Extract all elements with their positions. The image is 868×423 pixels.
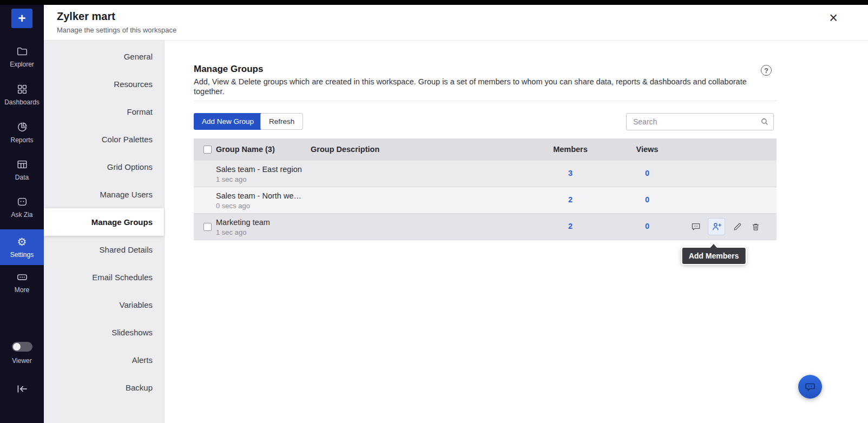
members-count-link[interactable]: 2 <box>543 222 597 230</box>
search-input[interactable] <box>627 117 756 126</box>
sidebar-item-label: Dashboards <box>0 98 44 106</box>
members-count-link[interactable]: 3 <box>543 169 597 177</box>
zia-chat-button[interactable] <box>798 375 822 399</box>
sidebar-item-data[interactable]: Data <box>0 158 44 181</box>
views-count-link[interactable]: 0 <box>627 169 668 177</box>
settings-menu-item-shared-details[interactable]: Shared Details <box>44 236 164 263</box>
sidebar-item-dashboards[interactable]: Dashboards <box>0 83 44 106</box>
sidebar-item-reports[interactable]: Reports <box>0 121 44 144</box>
column-header-group-name[interactable]: Group Name (3) <box>216 138 275 161</box>
manage-groups-panel: Manage Groups Add, View & Delete groups … <box>165 41 868 423</box>
settings-menu-item-slideshows[interactable]: Slideshows <box>44 319 164 346</box>
settings-menu: General Resources Format Color Palettes … <box>44 41 165 423</box>
group-name[interactable]: Sales team - North we… <box>216 191 301 200</box>
toggle-knob <box>13 343 21 351</box>
sidebar-item-more[interactable]: More <box>0 271 44 294</box>
edit-pencil-icon[interactable] <box>731 221 743 233</box>
group-modified-time: 1 sec ago <box>216 228 246 236</box>
section-divider <box>194 101 777 101</box>
table-row[interactable]: Sales team - East region 1 sec ago 3 0 <box>194 161 777 187</box>
add-members-tooltip: Add Members <box>682 248 746 264</box>
settings-menu-item-format[interactable]: Format <box>44 98 164 125</box>
settings-menu-item-backup[interactable]: Backup <box>44 374 164 401</box>
row-action-buttons <box>690 219 761 235</box>
zia-face-icon <box>0 196 44 208</box>
search-icon[interactable] <box>756 117 773 127</box>
groups-table: Group Name (3) Group Description Members… <box>194 138 777 240</box>
more-ellipsis-icon <box>0 271 44 283</box>
views-count-link[interactable]: 0 <box>627 195 668 204</box>
column-header-members: Members <box>543 138 597 161</box>
table-header-row: Group Name (3) Group Description Members… <box>194 138 777 161</box>
sidebar-item-label: Settings <box>0 251 44 259</box>
column-header-views: Views <box>627 138 668 161</box>
row-checkbox[interactable] <box>203 223 212 231</box>
sidebar-item-settings[interactable]: ⚙ Settings <box>0 229 44 265</box>
settings-menu-item-manage-users[interactable]: Manage Users <box>44 181 164 208</box>
settings-menu-item-color-palettes[interactable]: Color Palettes <box>44 125 164 153</box>
help-icon[interactable]: ? <box>761 65 772 76</box>
table-row-hovered[interactable]: Marketing team 1 sec ago 2 0 <box>194 214 777 240</box>
settings-menu-item-resources[interactable]: Resources <box>44 70 164 98</box>
settings-menu-item-email-schedules[interactable]: Email Schedules <box>44 263 164 291</box>
plus-icon: + <box>18 11 25 26</box>
data-table-icon <box>0 158 44 170</box>
views-count-link[interactable]: 0 <box>627 222 668 230</box>
create-new-button[interactable]: + <box>11 9 32 28</box>
folder-icon <box>0 45 44 57</box>
sidebar-item-label: Data <box>0 174 44 181</box>
table-row[interactable]: Sales team - North we… 0 secs ago 2 0 <box>194 187 777 214</box>
sidebar-item-label: Explorer <box>0 61 44 68</box>
settings-menu-item-variables[interactable]: Variables <box>44 291 164 319</box>
settings-menu-item-alerts[interactable]: Alerts <box>44 346 164 374</box>
viewer-toggle-group: Viewer <box>0 342 44 365</box>
viewer-label: Viewer <box>0 357 44 365</box>
search-box <box>626 113 774 130</box>
group-modified-time: 0 secs ago <box>216 202 250 210</box>
app-window: + Explorer Dashboards Reports Data <box>0 0 868 423</box>
members-count-link[interactable]: 2 <box>543 195 597 204</box>
settings-menu-item-grid-options[interactable]: Grid Options <box>44 153 164 181</box>
add-new-group-button[interactable]: Add New Group <box>194 113 262 130</box>
refresh-button[interactable]: Refresh <box>260 113 303 130</box>
page-description: Add, View & Delete groups which are crea… <box>194 77 758 96</box>
settings-menu-item-manage-groups[interactable]: Manage Groups <box>44 208 164 236</box>
help-glyph: ? <box>764 67 768 75</box>
page-title: Manage Groups <box>194 64 263 75</box>
group-name[interactable]: Sales team - East region <box>216 165 302 174</box>
sidebar-item-explorer[interactable]: Explorer <box>0 45 44 68</box>
viewer-toggle[interactable] <box>12 342 32 352</box>
settings-menu-item-general[interactable]: General <box>44 43 164 70</box>
close-icon[interactable]: × <box>829 10 838 26</box>
comment-icon[interactable] <box>690 221 702 233</box>
delete-trash-icon[interactable] <box>749 221 761 233</box>
group-modified-time: 1 sec ago <box>216 175 246 183</box>
sidebar-item-label: Reports <box>0 136 44 144</box>
add-members-icon[interactable] <box>708 219 725 235</box>
select-all-checkbox[interactable] <box>203 146 212 154</box>
workspace-subtitle: Manage the settings of this workspace <box>57 26 176 34</box>
primary-sidebar: + Explorer Dashboards Reports Data <box>0 0 44 423</box>
pie-chart-icon <box>0 121 44 133</box>
sidebar-item-label: Ask Zia <box>0 211 44 219</box>
gear-icon: ⚙ <box>0 236 44 248</box>
window-top-band <box>0 0 868 5</box>
workspace-header: Zylker mart Manage the settings of this … <box>44 0 868 41</box>
column-header-group-description: Group Description <box>311 138 379 161</box>
dashboards-grid-icon <box>0 83 44 95</box>
sidebar-item-label: More <box>0 286 44 294</box>
group-name[interactable]: Marketing team <box>216 218 270 227</box>
collapse-sidebar-icon[interactable] <box>15 382 29 396</box>
sidebar-item-ask-zia[interactable]: Ask Zia <box>0 196 44 219</box>
workspace-title: Zylker mart <box>57 10 115 23</box>
